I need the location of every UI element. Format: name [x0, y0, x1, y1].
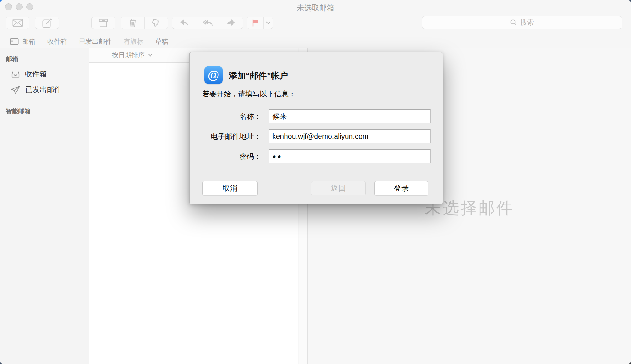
add-mail-account-dialog: @ 添加“邮件”帐户 若要开始，请填写以下信息： 名称： 电子邮件地址： 密码：…: [189, 52, 443, 204]
reply-all-icon: [203, 19, 213, 27]
email-field[interactable]: [269, 129, 431, 143]
sidebar-item-sent[interactable]: 已发出邮件: [11, 85, 89, 94]
sidebar: 邮箱 收件箱 已发出邮件 智能邮箱: [0, 48, 89, 364]
password-field[interactable]: [269, 149, 431, 163]
reply-all-button[interactable]: [196, 17, 219, 29]
favorites-item-mailboxes[interactable]: 邮箱: [10, 37, 35, 46]
at-badge-icon: @: [204, 66, 223, 84]
mail-window: 未选取邮箱: [0, 0, 631, 364]
flag-menu-button[interactable]: [263, 17, 273, 29]
favorites-item-label: 邮箱: [22, 37, 35, 46]
search-input[interactable]: 搜索: [422, 16, 622, 29]
search-icon: [510, 19, 517, 26]
sidebar-item-inbox[interactable]: 收件箱: [11, 69, 89, 79]
email-field-label: 电子邮件地址：: [190, 129, 261, 143]
name-field-label: 名称：: [190, 109, 261, 123]
paper-plane-icon: [11, 85, 21, 94]
toolbar: 未选取邮箱: [0, 0, 631, 35]
get-mail-button[interactable]: [6, 17, 29, 29]
junk-button[interactable]: [144, 17, 168, 29]
trash-icon: [129, 18, 137, 28]
window-title: 未选取邮箱: [0, 3, 631, 13]
chevron-down-icon: [148, 53, 153, 57]
name-field[interactable]: [269, 109, 431, 123]
forward-icon: [227, 19, 235, 27]
favorites-item-sent[interactable]: 已发出邮件: [79, 37, 112, 46]
favorites-item-drafts[interactable]: 草稿: [155, 37, 168, 46]
search-placeholder: 搜索: [520, 18, 534, 27]
reply-icon: [180, 19, 188, 27]
inbox-icon: [11, 70, 20, 78]
archive-icon: [98, 18, 108, 28]
favorites-bar: 邮箱 收件箱 已发出邮件 有旗标 草稿: [0, 35, 631, 48]
archive-button[interactable]: [91, 17, 115, 29]
dialog-subtitle: 若要开始，请填写以下信息：: [202, 89, 296, 99]
chevron-down-icon: [266, 21, 271, 25]
dialog-title: 添加“邮件”帐户: [229, 70, 288, 81]
forward-button[interactable]: [219, 17, 243, 29]
cancel-button[interactable]: 取消: [202, 181, 258, 195]
compose-icon: [42, 18, 52, 28]
compose-button[interactable]: [35, 17, 59, 29]
login-button[interactable]: 登录: [374, 181, 428, 195]
sidebar-item-label: 收件箱: [25, 69, 47, 79]
trash-button[interactable]: [121, 17, 144, 29]
trash-junk-group: [121, 17, 168, 29]
sidebar-section-smart-mailboxes: 智能邮箱: [6, 107, 89, 115]
flag-icon: [252, 19, 259, 27]
favorites-item-inbox[interactable]: 收件箱: [47, 37, 67, 46]
sidebar-panel-icon: [10, 38, 19, 45]
password-field-label: 密码：: [190, 149, 261, 163]
junk-thumbs-down-icon: [152, 18, 161, 28]
sort-label: 按日期排序: [112, 51, 145, 59]
flag-button[interactable]: [247, 17, 263, 29]
flag-group: [247, 17, 273, 29]
reply-button[interactable]: [172, 17, 196, 29]
reply-group: [172, 17, 243, 29]
sidebar-section-mailboxes: 邮箱: [6, 55, 89, 63]
favorites-item-flagged: 有旗标: [124, 37, 143, 46]
back-button: 返回: [311, 181, 366, 195]
sidebar-item-label: 已发出邮件: [25, 85, 61, 94]
envelope-icon: [12, 19, 23, 27]
